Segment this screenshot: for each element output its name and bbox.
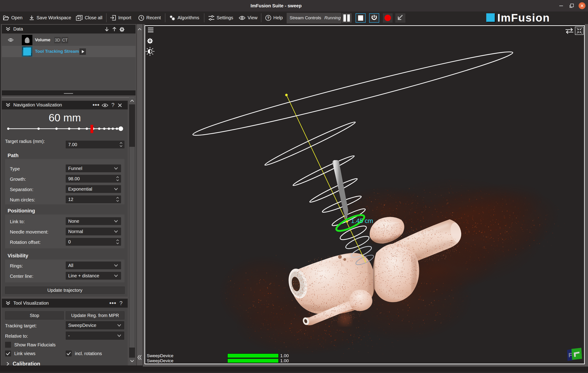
svg-text:F: F	[568, 352, 572, 359]
svg-text:1.45 cm: 1.45 cm	[351, 217, 373, 224]
svg-text:?: ?	[267, 16, 269, 20]
